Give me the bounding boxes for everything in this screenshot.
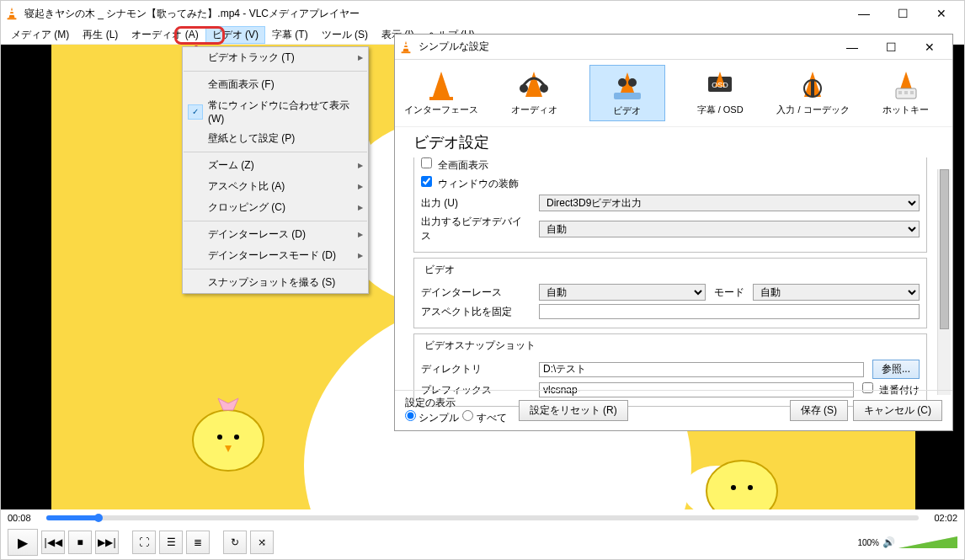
- svg-point-31: [520, 84, 528, 93]
- progress-row: 00:08 02:02: [1, 509, 964, 526]
- prefs-section-title: ビデオ設定: [413, 132, 927, 152]
- menu-item[interactable]: クロッピング (C): [183, 197, 368, 218]
- main-titlebar: 寝起きヤシの木 _ シナモン【歌ってみた】.mp4 - VLCメディアプレイヤー…: [1, 1, 964, 26]
- seek-bar[interactable]: [46, 515, 919, 520]
- mode-select[interactable]: 自動: [753, 284, 920, 301]
- svg-point-11: [193, 410, 264, 471]
- svg-point-32: [540, 84, 548, 93]
- browse-button[interactable]: 参照...: [872, 360, 920, 379]
- svg-point-34: [618, 78, 626, 87]
- prefs-dialog: シンプルな設定 — ☐ ✕ インターフェースオーディオビデオOSD字幕 / OS…: [394, 34, 953, 431]
- menu-item[interactable]: アスペクト比 (A): [183, 176, 368, 197]
- svg-rect-1: [9, 10, 13, 12]
- close-button[interactable]: ✕: [922, 1, 961, 26]
- menu-item[interactable]: ビデオトラック (T): [183, 47, 368, 68]
- device-select[interactable]: 自動: [539, 221, 920, 237]
- stop-button[interactable]: ■: [68, 531, 92, 554]
- prefs-title: シンプルな設定: [419, 40, 833, 54]
- prefs-cat[interactable]: オーディオ: [496, 65, 572, 121]
- prefs-scrollbar[interactable]: [937, 169, 951, 395]
- menu-playback[interactable]: 再生 (L): [76, 26, 125, 44]
- prev-button[interactable]: |◀◀: [41, 531, 65, 554]
- reset-button[interactable]: 設定をリセット (R): [519, 400, 628, 421]
- menu-media[interactable]: メディア (M): [4, 26, 76, 44]
- svg-point-22: [731, 485, 736, 490]
- prefs-close-button[interactable]: ✕: [910, 35, 949, 60]
- output-select[interactable]: Direct3D9ビデオ出力: [539, 195, 920, 211]
- volume-slider[interactable]: [898, 536, 957, 548]
- svg-rect-27: [402, 51, 411, 53]
- svg-rect-42: [811, 80, 814, 97]
- menu-item[interactable]: ズーム (Z): [183, 155, 368, 176]
- menu-tools[interactable]: ツール (S): [315, 26, 375, 44]
- menu-item[interactable]: デインターレースモード (D): [183, 245, 368, 266]
- svg-rect-2: [8, 13, 14, 15]
- prefs-cat[interactable]: ビデオ: [589, 65, 665, 121]
- playlist-button[interactable]: ≣: [186, 531, 210, 554]
- cancel-button[interactable]: キャンセル (C): [853, 400, 942, 421]
- prefs-cat[interactable]: 入力 / コーデック: [775, 65, 850, 121]
- menu-item[interactable]: スナップショットを撮る (S): [183, 272, 368, 293]
- next-button[interactable]: ▶▶|: [95, 531, 119, 554]
- window-deco-checkbox[interactable]: ウィンドウの装飾: [421, 176, 519, 191]
- dir-label: ディレクトリ: [421, 362, 530, 376]
- time-total: 02:02: [924, 513, 957, 523]
- deint-select[interactable]: 自動: [539, 284, 706, 301]
- menu-item[interactable]: ✓常にウィンドウに合わせて表示 (W): [183, 95, 368, 128]
- menu-item[interactable]: 壁紙として設定 (P): [183, 128, 368, 149]
- radio-all[interactable]: すべて: [462, 410, 506, 425]
- prefs-cat[interactable]: ホットキー: [868, 65, 944, 121]
- menu-video[interactable]: ビデオ (V): [205, 26, 265, 44]
- prefs-cat[interactable]: OSD字幕 / OSD: [682, 65, 758, 121]
- svg-point-14: [234, 435, 239, 440]
- menu-item[interactable]: デインターレース (D): [183, 224, 368, 245]
- window-title: 寝起きヤシの木 _ シナモン【歌ってみた】.mp4 - VLCメディアプレイヤー: [24, 7, 845, 21]
- aspect-label: アスペクト比を固定: [421, 305, 530, 319]
- svg-rect-46: [904, 91, 908, 94]
- loop-button[interactable]: ↻: [223, 531, 247, 554]
- menu-audio[interactable]: オーディオ (A): [125, 26, 205, 44]
- svg-marker-0: [8, 8, 14, 19]
- menu-subtitle[interactable]: 字幕 (T): [265, 26, 315, 44]
- prefs-maximize-button[interactable]: ☐: [872, 35, 910, 60]
- group-snap-label: ビデオスナップショット: [421, 339, 539, 353]
- fullscreen-button[interactable]: ⛶: [132, 531, 156, 554]
- svg-rect-3: [8, 18, 17, 19]
- svg-rect-47: [910, 91, 914, 94]
- vlc-cone-icon: [398, 40, 413, 55]
- prefs-category-row: インターフェースオーディオビデオOSD字幕 / OSD入力 / コーデックホット…: [395, 60, 952, 127]
- svg-marker-12: [218, 398, 238, 410]
- svg-text:OSD: OSD: [712, 81, 728, 89]
- svg-point-23: [748, 485, 753, 490]
- deint-label: デインターレース: [421, 285, 530, 300]
- svg-marker-28: [433, 72, 450, 97]
- random-button[interactable]: ⤨: [250, 531, 274, 554]
- play-button[interactable]: ▶: [8, 529, 38, 556]
- show-label: 設定の表示: [405, 396, 507, 410]
- minimize-button[interactable]: —: [845, 1, 883, 26]
- aspect-input[interactable]: [539, 304, 920, 319]
- radio-simple[interactable]: シンプル: [405, 410, 459, 425]
- controls-row: ▶ |◀◀ ■ ▶▶| ⛶ ☰ ≣ ↻ ⤨ 100% 🔊: [1, 526, 964, 558]
- svg-rect-29: [429, 97, 453, 100]
- prefs-cat[interactable]: インターフェース: [403, 65, 479, 121]
- device-label: 出力するビデオデバイス: [421, 215, 530, 243]
- ext-settings-button[interactable]: ☰: [159, 531, 183, 554]
- mute-icon[interactable]: 🔊: [882, 536, 895, 548]
- dir-input[interactable]: [539, 362, 864, 377]
- svg-marker-30: [525, 72, 542, 97]
- video-menu-dropdown: ビデオトラック (T)全画面表示 (F)✓常にウィンドウに合わせて表示 (W)壁…: [182, 46, 369, 294]
- volume-label: 100%: [857, 538, 879, 547]
- menu-item[interactable]: 全画面表示 (F): [183, 74, 368, 95]
- svg-rect-26: [403, 47, 408, 49]
- fullscreen-checkbox[interactable]: 全画面表示: [421, 157, 488, 173]
- output-label: 出力 (U): [421, 196, 530, 211]
- save-button[interactable]: 保存 (S): [790, 400, 848, 421]
- mode-label: モード: [714, 285, 744, 300]
- svg-rect-25: [403, 44, 408, 45]
- maximize-button[interactable]: ☐: [883, 1, 922, 26]
- prefs-minimize-button[interactable]: —: [833, 35, 872, 60]
- svg-marker-24: [403, 40, 408, 51]
- svg-point-13: [217, 435, 222, 440]
- svg-rect-45: [898, 91, 902, 94]
